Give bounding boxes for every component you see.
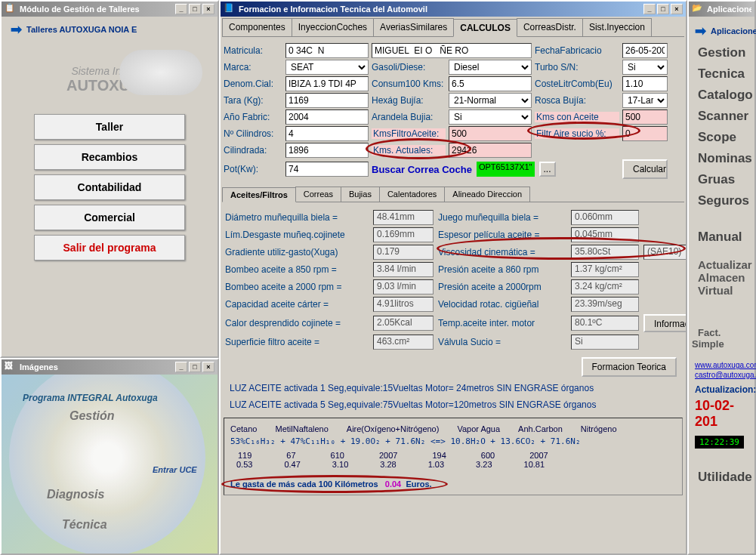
inp-ncil[interactable]: [285, 126, 369, 141]
titlebar: 📘 Formacion e Informacion Tecnica del Au…: [221, 2, 686, 17]
tab-componentes[interactable]: Componentes: [222, 18, 292, 36]
inp-coste[interactable]: [622, 76, 668, 91]
calc-value: Si: [571, 335, 639, 350]
app-scanner[interactable]: Scanner: [692, 106, 751, 127]
apps-header: ➡ Aplicacione: [692, 20, 751, 42]
window-title: Formacion e Informacion Tecnica del Auto…: [239, 5, 643, 14]
titlebar: 📋 Módulo de Gestión de Talleres _ □ ×: [2, 2, 218, 17]
app-tecnica[interactable]: Tecnica: [692, 63, 751, 85]
chem-equation: 53%C₁₆H₃₂ + 47%C₁₁H₁₀ + 19.0O₂ + 71.6N₂ …: [230, 436, 676, 446]
calc-label: Superficie filtro aceite =: [225, 337, 369, 347]
inp-filtaire[interactable]: [622, 126, 668, 141]
lbl-hexag: Hexág Bujía:: [372, 95, 446, 106]
calcular-button[interactable]: Calcular: [622, 159, 668, 179]
inp-denom[interactable]: [285, 76, 369, 91]
menu-recambios[interactable]: Recambios: [34, 144, 185, 170]
formacion-button[interactable]: Formacion Teorica: [582, 357, 677, 377]
app-gestion[interactable]: Gestion: [692, 42, 751, 63]
minimize-button[interactable]: _: [643, 4, 656, 14]
maximize-button[interactable]: □: [189, 4, 201, 14]
tab-sistinyeccion[interactable]: Sist.Inyeccion: [582, 18, 652, 36]
subtab-calentadores[interactable]: Calentadores: [379, 187, 445, 202]
calc-label: Gradiente utiliz-gasto(Xuga): [225, 247, 369, 257]
app-catalogo[interactable]: Catalogo: [692, 85, 751, 106]
titlebar: 🖼 Imágenes _ □ ×: [2, 359, 218, 375]
close-button[interactable]: ×: [671, 4, 683, 14]
sel-rosca[interactable]: 17-Larga: [622, 93, 668, 108]
luz-text: LUZ ACEITE activada 1 Seg,equivale:15Vue…: [222, 380, 684, 396]
close-button[interactable]: ×: [202, 362, 214, 372]
more-button[interactable]: ...: [539, 162, 556, 177]
tab-averias[interactable]: AveriasSimilares: [373, 18, 454, 36]
calc-results: Diámetro muñequilla biela =48.41mm Juego…: [222, 205, 684, 354]
calc-value: 9.03 l/min: [373, 279, 434, 294]
subtab-correas[interactable]: Correas: [295, 187, 341, 202]
apps-window: 📂 Aplicaciones ➡ Aplicacione Gestion Tec…: [687, 0, 756, 555]
app-nominas[interactable]: Nominas: [692, 148, 751, 169]
maximize-button[interactable]: □: [189, 362, 201, 372]
informacion-button[interactable]: Informacion: [643, 314, 686, 332]
sub-tabs: Aceites/Filtros Correas Bujias Calentado…: [222, 187, 684, 202]
subtab-alineado[interactable]: Alineado Direccion: [444, 187, 530, 202]
menu-comercial[interactable]: Comercial: [34, 205, 185, 230]
calc-value: 4.91litros: [373, 297, 434, 312]
lbl-gasdies: Gasoli/Diese:: [372, 62, 446, 72]
window-title: Aplicaciones: [707, 5, 751, 14]
calc-label: Diámetro muñequilla biela =: [225, 212, 369, 223]
inp-owner[interactable]: [372, 43, 532, 58]
calc-value: 48.41mm: [373, 210, 434, 225]
menu-contabilidad[interactable]: Contabilidad: [34, 174, 185, 200]
sel-marca[interactable]: SEAT: [285, 60, 369, 75]
tab-correas[interactable]: CorreasDistr.: [517, 18, 583, 36]
app-utilidades[interactable]: Utilidade: [692, 467, 751, 488]
menu-exit[interactable]: Salir del programa: [34, 235, 185, 261]
menu-taller[interactable]: Taller: [34, 114, 185, 140]
inp-cons100[interactable]: [449, 76, 532, 91]
lbl-coste: CosteLitrComb(Eu): [535, 79, 619, 89]
gasto-text: Le gasta de más cada 100 Kilómetros 0.04…: [230, 479, 676, 489]
inp-kmsfiltro[interactable]: [449, 126, 532, 141]
sub-virtual[interactable]: Virtual: [692, 281, 739, 300]
subtab-bujias[interactable]: Bujias: [341, 187, 380, 202]
update-date: 10-02-201: [692, 395, 751, 433]
minimize-button[interactable]: _: [175, 4, 187, 14]
window-title: Imágenes: [20, 362, 175, 372]
url-email[interactable]: castro@autoxuga.com: [692, 370, 751, 380]
inp-ano[interactable]: [285, 109, 369, 125]
sel-turbo[interactable]: Si: [622, 60, 668, 75]
app-gruas[interactable]: Gruas: [692, 169, 751, 190]
calc-label: Juego muñequilla biela =: [438, 212, 566, 223]
val-buscar: OPT65137X1": [477, 162, 535, 177]
inp-pot[interactable]: [285, 162, 369, 177]
tab-calculos[interactable]: CALCULOS: [453, 19, 517, 37]
app-seguros[interactable]: Seguros: [692, 190, 751, 211]
tab-inyeccion[interactable]: InyeccionCoches: [292, 18, 374, 36]
inp-kmsact[interactable]: [449, 143, 532, 158]
calc-label: Presión aceite a 2000rpm: [438, 282, 566, 292]
inp-kmsaceite[interactable]: [622, 109, 668, 125]
sel-hexag[interactable]: 21-Normal: [449, 93, 532, 108]
lbl-kmsfiltro: KmsFiltroAceite:: [372, 128, 446, 139]
maximize-button[interactable]: □: [657, 4, 669, 14]
inp-cilindrada[interactable]: [285, 143, 369, 158]
sel-arand[interactable]: Si: [449, 109, 532, 125]
app-list: Gestion Tecnica Catalogo Scanner Scope N…: [692, 42, 751, 211]
inp-matricula[interactable]: [285, 43, 369, 58]
inp-tara[interactable]: [285, 93, 369, 108]
lbl-arand: Arandela Bujia:: [372, 112, 446, 122]
url-web[interactable]: www.autoxuga.com: [692, 360, 751, 370]
workshop-header: ➡ Talleres AUTOXUGA NOIA E: [2, 17, 218, 42]
app-manual[interactable]: Manual: [692, 227, 751, 248]
minimize-button[interactable]: _: [175, 362, 187, 372]
logo-area: Sistema Integral AUTOXUGA: [2, 42, 218, 109]
fact-simple[interactable]: Fact. Simple: [692, 324, 730, 353]
calc-label: Temp.aceite inter. motor: [438, 318, 566, 328]
lbl-kmsaceite: Kms con Aceite: [535, 112, 619, 122]
img-label: Técnica: [62, 518, 107, 532]
sel-gasdies[interactable]: Diesel: [449, 60, 532, 75]
app-scope[interactable]: Scope: [692, 127, 751, 148]
inp-fechafab[interactable]: [622, 43, 668, 58]
lbl-cons100: Consum100 Kms:: [372, 79, 446, 89]
close-button[interactable]: ×: [202, 4, 214, 14]
subtab-aceites[interactable]: Aceites/Filtros: [222, 187, 296, 202]
